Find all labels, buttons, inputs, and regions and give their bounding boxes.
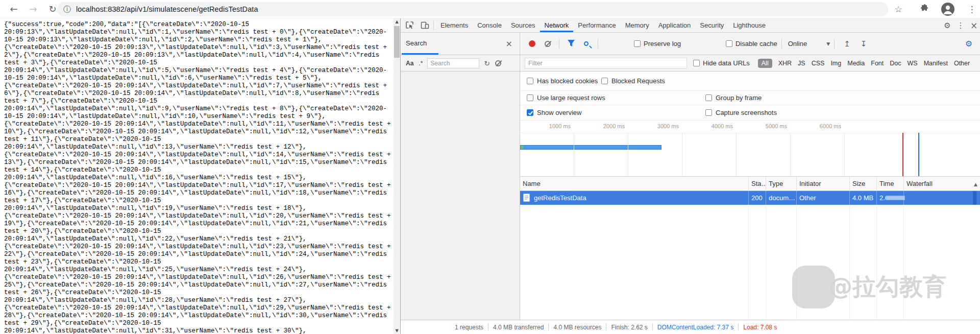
url-text[interactable]: localhost:8382/api/v1/simulatescene/getR… bbox=[76, 5, 258, 13]
show-overview-checkbox[interactable] bbox=[527, 109, 533, 116]
column-header-type[interactable]: Type bbox=[766, 177, 796, 191]
match-case-toggle[interactable]: Aa bbox=[406, 60, 413, 67]
group-by-frame-option[interactable]: Group by frame bbox=[705, 94, 762, 102]
network-search-icon[interactable] bbox=[584, 41, 589, 46]
tab-performance[interactable]: Performance bbox=[573, 18, 620, 32]
column-header-time[interactable]: Time bbox=[876, 177, 903, 191]
column-header-name[interactable]: Name bbox=[520, 177, 748, 191]
search-clear-icon[interactable] bbox=[495, 60, 501, 66]
tab-memory[interactable]: Memory bbox=[621, 18, 654, 32]
tab-application[interactable]: Application bbox=[654, 18, 696, 32]
preserve-log-checkbox[interactable] bbox=[634, 40, 641, 47]
extensions-puzzle-icon[interactable] bbox=[918, 3, 930, 15]
blocked-requests-option[interactable]: Blocked Requests bbox=[601, 77, 665, 85]
use-large-request-rows-checkbox[interactable] bbox=[527, 94, 533, 101]
filter-type-doc[interactable]: Doc bbox=[890, 60, 901, 67]
network-toolbar: Preserve log Disable cache Online ▼ ↥ ↧ … bbox=[520, 33, 980, 55]
scroll-up-icon[interactable]: ▲ bbox=[394, 18, 400, 25]
timeline-gridline bbox=[628, 133, 628, 176]
filter-type-img[interactable]: Img bbox=[830, 60, 841, 67]
sort-ascending-icon[interactable]: ▲ bbox=[974, 182, 977, 187]
browser-menu-icon[interactable]: ⋮ bbox=[966, 3, 978, 15]
tab-network[interactable]: Network bbox=[540, 18, 574, 32]
devtools-menu-icon[interactable]: ⋮ bbox=[954, 21, 967, 30]
search-input[interactable] bbox=[427, 58, 479, 68]
group-by-frame-checkbox[interactable] bbox=[705, 94, 712, 101]
disable-cache-label[interactable]: Disable cache bbox=[736, 40, 777, 47]
column-header-waterfall[interactable]: Waterfall bbox=[903, 177, 975, 191]
column-header-initiator[interactable]: Initiator bbox=[796, 177, 849, 191]
search-refresh-icon[interactable]: ↻ bbox=[484, 59, 490, 67]
address-bar[interactable]: ⓘ localhost:8382/api/v1/simulatescene/ge… bbox=[57, 2, 888, 16]
filter-type-media[interactable]: Media bbox=[847, 60, 865, 67]
devtools-settings-gear-icon[interactable]: ⚙ bbox=[941, 21, 954, 30]
hide-data-urls-checkbox[interactable] bbox=[693, 60, 700, 66]
search-pane-title: Search bbox=[406, 39, 427, 47]
filter-type-css[interactable]: CSS bbox=[812, 60, 825, 67]
filter-type-font[interactable]: Font bbox=[871, 60, 884, 67]
profile-avatar[interactable] bbox=[941, 3, 954, 16]
bookmark-star-icon[interactable]: ☆ bbox=[892, 3, 904, 15]
request-name[interactable]: getRedisTestData bbox=[531, 191, 745, 205]
capture-screenshots-checkbox[interactable] bbox=[705, 109, 712, 116]
devtools-close-icon[interactable]: × bbox=[967, 20, 980, 31]
filter-funnel-icon[interactable] bbox=[568, 39, 575, 49]
has-blocked-cookies-checkbox[interactable] bbox=[527, 78, 533, 84]
scrollbar-thumb[interactable] bbox=[394, 26, 400, 58]
filter-input[interactable] bbox=[525, 58, 687, 68]
use-large-request-rows-option[interactable]: Use large request rows bbox=[527, 94, 605, 102]
inspect-element-icon[interactable] bbox=[403, 19, 416, 32]
back-button[interactable]: ← bbox=[7, 3, 20, 16]
throttling-value[interactable]: Online bbox=[788, 40, 807, 47]
page-info-icon[interactable]: ⓘ bbox=[63, 5, 71, 14]
tab-console[interactable]: Console bbox=[473, 18, 506, 32]
export-har-icon[interactable]: ↧ bbox=[861, 39, 867, 49]
network-summary-bar: 1 requests 4.0 MB transferred 4.0 MB res… bbox=[401, 320, 980, 334]
capture-screenshots-option[interactable]: Capture screenshots bbox=[705, 109, 777, 116]
request-initiator[interactable]: Other bbox=[796, 191, 849, 205]
search-results-pane[interactable] bbox=[401, 71, 520, 320]
filter-type-all[interactable]: All bbox=[758, 59, 772, 68]
request-status[interactable]: 200 bbox=[748, 191, 766, 205]
hide-data-urls-label[interactable]: Hide data URLs bbox=[703, 59, 750, 67]
filter-type-xhr[interactable]: XHR bbox=[778, 60, 792, 67]
pane-divider[interactable] bbox=[520, 33, 520, 320]
device-toolbar-icon[interactable] bbox=[418, 19, 431, 32]
tab-lighthouse[interactable]: Lighthouse bbox=[728, 18, 770, 32]
page-scrollbar[interactable]: ▲ ▼ bbox=[394, 18, 400, 334]
clear-network-log-icon[interactable] bbox=[545, 41, 551, 47]
disable-cache-checkbox[interactable] bbox=[726, 40, 732, 47]
page-content: {"success":true,"code":200,"data":"[{\"c… bbox=[0, 18, 394, 334]
filter-type-js[interactable]: JS bbox=[798, 60, 805, 67]
forward-button[interactable]: → bbox=[27, 3, 40, 16]
network-options-row: Use large request rows Group by frame bbox=[520, 91, 980, 105]
request-table-row[interactable]: getRedisTestData 200 docum… Other 4.0 MB… bbox=[520, 191, 980, 205]
tab-security[interactable]: Security bbox=[695, 18, 728, 32]
scroll-down-icon[interactable]: ▼ bbox=[394, 327, 400, 334]
timeline-tick-label: 4000 ms bbox=[704, 123, 733, 129]
filter-type-manifest[interactable]: Manifest bbox=[924, 60, 948, 67]
import-har-icon[interactable]: ↥ bbox=[844, 39, 850, 49]
preserve-log-label[interactable]: Preserve log bbox=[644, 40, 681, 47]
search-close-icon[interactable]: × bbox=[506, 39, 512, 49]
column-header-status[interactable]: Sta… bbox=[748, 177, 766, 191]
hide-data-urls-option[interactable]: Hide data URLs bbox=[693, 59, 750, 67]
tab-elements[interactable]: Elements bbox=[436, 18, 473, 32]
network-options-row: Show overview Capture screenshots bbox=[520, 105, 980, 121]
waterfall-bar[interactable] bbox=[886, 196, 905, 200]
request-type[interactable]: docum… bbox=[766, 191, 796, 205]
column-header-size[interactable]: Size bbox=[849, 177, 876, 191]
network-conditions-gear-icon[interactable]: ⚙ bbox=[965, 39, 972, 49]
throttling-dropdown[interactable]: Online ▼ bbox=[786, 40, 830, 47]
network-overview-timeline[interactable]: 1000 ms2000 ms3000 ms4000 ms5000 ms6000 … bbox=[520, 121, 980, 177]
blocked-requests-checkbox[interactable] bbox=[601, 78, 608, 84]
regex-toggle[interactable]: .* bbox=[419, 60, 423, 67]
filter-type-ws[interactable]: WS bbox=[908, 60, 918, 67]
request-table-empty-area[interactable] bbox=[520, 205, 980, 320]
request-size[interactable]: 4.0 MB bbox=[849, 191, 873, 205]
tab-sources[interactable]: Sources bbox=[506, 18, 540, 32]
filter-type-other[interactable]: Other bbox=[954, 60, 970, 67]
has-blocked-cookies-option[interactable]: Has blocked cookies bbox=[527, 77, 598, 85]
show-overview-option[interactable]: Show overview bbox=[527, 109, 581, 116]
record-network-log-button[interactable] bbox=[529, 40, 535, 47]
